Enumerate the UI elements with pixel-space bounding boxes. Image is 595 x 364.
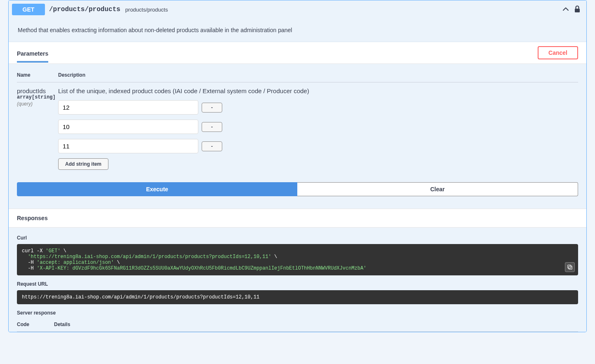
curl-block: curl -X 'GET' \ 'https://trening8a.iai-s…: [17, 244, 578, 275]
parameters-table: Name Description productIds array[string…: [9, 64, 586, 209]
lock-icon[interactable]: [574, 5, 581, 14]
remove-item-button-1[interactable]: -: [202, 122, 222, 132]
request-url-block: https://trening8a.iai-shop.com/api/admin…: [17, 290, 578, 304]
server-response-label: Server response: [17, 310, 578, 316]
param-in: (query): [17, 101, 58, 107]
add-string-item-button[interactable]: Add string item: [58, 158, 108, 170]
col-header-code: Code: [17, 322, 54, 327]
chevron-up-icon[interactable]: [562, 5, 570, 14]
array-item-input-1[interactable]: [58, 120, 198, 134]
array-item-row: -: [58, 100, 578, 115]
opblock-get: GET /products/products products/products…: [8, 0, 587, 332]
endpoint-summary: products/products: [125, 7, 168, 13]
param-type: array[string]: [17, 94, 58, 100]
array-item-input-0[interactable]: [58, 100, 198, 115]
array-item-row: -: [58, 120, 578, 134]
execute-button[interactable]: Execute: [17, 182, 297, 196]
curl-label: Curl: [17, 235, 578, 241]
param-description: List of the unique, indexed product code…: [58, 87, 578, 94]
method-badge: GET: [12, 4, 45, 15]
clear-button[interactable]: Clear: [297, 182, 578, 196]
opblock-description: Method that enables extracting informati…: [9, 19, 586, 42]
col-header-name: Name: [17, 72, 58, 78]
array-item-input-2[interactable]: [58, 139, 198, 153]
remove-item-button-0[interactable]: -: [202, 103, 222, 113]
opblock-summary[interactable]: GET /products/products products/products: [9, 0, 586, 19]
col-header-description: Description: [58, 72, 85, 78]
copy-icon[interactable]: [565, 262, 575, 272]
endpoint-path: /products/products: [49, 6, 120, 13]
col-header-details: Details: [54, 322, 70, 327]
svg-rect-1: [569, 266, 572, 269]
svg-rect-0: [575, 9, 580, 12]
parameters-title: Parameters: [17, 48, 48, 63]
svg-rect-2: [568, 265, 571, 268]
array-item-row: -: [58, 139, 578, 153]
responses-title: Responses: [9, 209, 586, 228]
cancel-button[interactable]: Cancel: [538, 46, 578, 59]
param-name: productIds: [17, 87, 58, 94]
parameters-header: Parameters Cancel: [9, 42, 586, 64]
responses-body: Curl curl -X 'GET' \ 'https://trening8a.…: [9, 228, 586, 332]
remove-item-button-2[interactable]: -: [202, 141, 222, 151]
parameter-row: productIds array[string] (query) List of…: [17, 82, 578, 170]
request-url-label: Request URL: [17, 281, 578, 287]
